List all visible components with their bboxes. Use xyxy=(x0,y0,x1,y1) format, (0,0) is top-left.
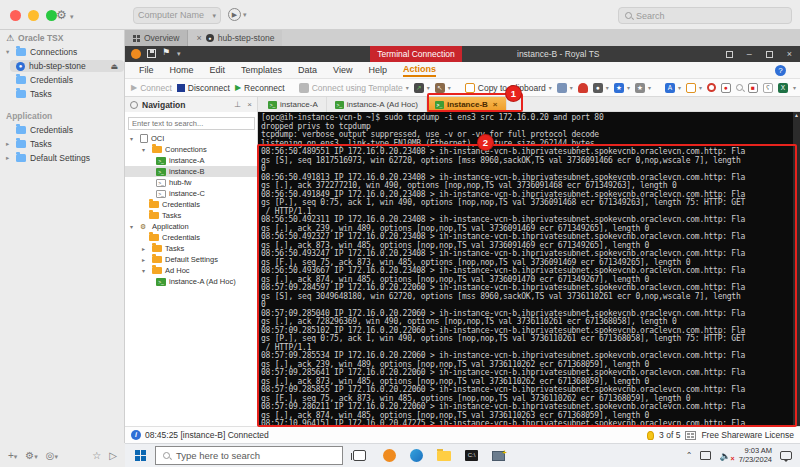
pin-icon[interactable]: ⊥ xyxy=(234,100,241,109)
save-icon[interactable] xyxy=(147,49,156,58)
sidebar-item-app-tasks[interactable]: ▸ Tasks xyxy=(0,138,124,150)
tree-item-tasks[interactable]: Tasks xyxy=(125,210,257,221)
chevron-down-icon[interactable]: ▾ xyxy=(142,146,149,153)
menu-home[interactable]: Home xyxy=(170,65,194,75)
terminal-view[interactable]: [opc@ih-instance-vcn-b ~]$ sudo tcpdump … xyxy=(258,112,800,426)
close-icon[interactable]: × xyxy=(196,33,201,43)
disconnect-button[interactable]: Disconnect xyxy=(177,83,230,93)
connection-tab-instance-b[interactable]: >_ instance-B × xyxy=(427,97,507,112)
tree-item-application[interactable]: ▾⚙Application xyxy=(125,221,257,232)
chevron-right-icon[interactable]: ▸ xyxy=(6,140,12,148)
menu-file[interactable]: File xyxy=(139,65,154,75)
sidebar-item-credentials[interactable]: Credentials xyxy=(0,74,124,86)
command-task-button[interactable]: ↖▾ xyxy=(435,83,451,93)
chevron-down-icon[interactable]: ▾ xyxy=(142,267,149,274)
chevron-down-icon[interactable]: ▾ xyxy=(177,50,181,58)
tab-overview[interactable]: Overview xyxy=(125,30,188,46)
settings-gear-button[interactable]: ⚙▾ xyxy=(25,450,37,461)
menu-edit[interactable]: Edit xyxy=(210,65,226,75)
menu-data[interactable]: Data xyxy=(298,65,317,75)
royal-ts-taskbar-icon[interactable] xyxy=(383,449,396,462)
sidebar-item-tasks[interactable]: Tasks xyxy=(0,88,124,100)
start-button[interactable] xyxy=(125,450,155,461)
sidebar-item-default-settings[interactable]: ▸ Default Settings xyxy=(0,152,124,164)
sidebar-item-app-credentials[interactable]: Credentials xyxy=(0,124,124,136)
sidebar-item-hub-step-stone[interactable]: ● hub-step-stone ⏏ xyxy=(10,60,124,72)
mac-close-button[interactable] xyxy=(10,10,21,21)
taskbar-search-input[interactable]: Type here to search xyxy=(155,446,343,465)
chevron-right-icon[interactable]: ▸ xyxy=(6,154,12,162)
help-icon[interactable]: ? xyxy=(775,65,786,76)
connection-options-button[interactable]: ◎▾ xyxy=(46,450,58,461)
key-sequence-button[interactable]: ↗▾ xyxy=(414,83,430,93)
file-explorer-icon[interactable] xyxy=(437,451,451,461)
flag-icon[interactable]: ⚑ xyxy=(162,47,170,57)
screenshot-button[interactable]: ●▾ xyxy=(593,83,609,93)
toolbar-overflow-button[interactable]: ▾ xyxy=(793,84,796,91)
alert-button[interactable] xyxy=(578,83,588,93)
connection-tab-instance-a-adhoc[interactable]: >_ instance-A (Ad Hoc) xyxy=(327,97,427,112)
support-button[interactable] xyxy=(707,83,716,92)
font-button[interactable]: A▾ xyxy=(665,83,681,93)
eject-icon[interactable]: ⏏ xyxy=(110,62,118,71)
close-icon[interactable]: × xyxy=(493,100,498,109)
license-text[interactable]: Free Shareware License xyxy=(701,430,794,440)
chevron-down-icon[interactable]: ▾ xyxy=(130,135,137,142)
menu-actions[interactable]: Actions xyxy=(403,64,436,77)
window-favorite-button[interactable]: ★▾ xyxy=(635,83,651,93)
dock-icon[interactable] xyxy=(726,51,733,58)
terminal-scrollbar[interactable]: ▲ xyxy=(793,112,800,426)
close-icon[interactable]: × xyxy=(247,100,252,109)
taskbar-clock[interactable]: 9:03 AM 7/23/2024 xyxy=(739,447,772,464)
restore-icon[interactable] xyxy=(766,51,773,58)
sidebar-item-connections[interactable]: ▾ Connections xyxy=(0,46,124,58)
tree-item-instance-a[interactable]: >_instance-A xyxy=(125,155,257,166)
remote-desktop-icon[interactable] xyxy=(492,451,505,461)
tree-item-ad-hoc[interactable]: ▾Ad Hoc xyxy=(125,265,257,276)
tree-item-default-settings[interactable]: ▸Default Settings xyxy=(125,254,257,265)
chevron-down-icon[interactable]: ▾ xyxy=(6,48,12,56)
menu-view[interactable]: View xyxy=(333,65,352,75)
menu-templates[interactable]: Templates xyxy=(241,65,282,75)
clipboard-tools-button[interactable]: ▾ xyxy=(686,83,702,93)
edge-browser-icon[interactable] xyxy=(410,449,423,462)
connect-using-template-button[interactable]: Connect using Template▾ xyxy=(299,83,409,93)
royal-ts-titlebar[interactable]: ⚑ ▾ Terminal Connection instance-B - Roy… xyxy=(125,46,800,62)
favorite-star-button[interactable]: ☆ xyxy=(92,450,101,461)
connection-tab-instance-a[interactable]: >_ instance-A xyxy=(260,97,327,112)
reconnect-button[interactable]: ▶Reconnect xyxy=(235,83,285,93)
tree-item-instance-a-adhoc[interactable]: >_instance-A (Ad Hoc) xyxy=(125,276,257,287)
connect-button[interactable]: ▶Connect xyxy=(131,83,172,93)
mac-minimize-button[interactable] xyxy=(28,10,39,21)
broadcast-button[interactable]: ʕ xyxy=(763,83,773,93)
connect-play-button[interactable]: ▷ xyxy=(109,450,117,461)
chevron-down-icon[interactable]: ▾ xyxy=(130,223,137,230)
tree-item-app-credentials[interactable]: Credentials xyxy=(125,232,257,243)
tab-hub-step-stone[interactable]: × ● hub-step-stone xyxy=(188,30,282,46)
tree-item-connections[interactable]: ▾Connections xyxy=(125,144,257,155)
tree-item-instance-b[interactable]: >_instance-B xyxy=(125,166,257,177)
chevron-right-icon[interactable]: ▸ xyxy=(142,256,149,263)
settings-gear-icon[interactable]: ⚙ ▾ xyxy=(56,8,74,22)
computer-name-dropdown[interactable]: Computer Name ▾ xyxy=(133,7,221,24)
menu-help[interactable]: Help xyxy=(368,65,387,75)
add-button[interactable]: +▾ xyxy=(8,450,17,461)
notification-center-icon[interactable] xyxy=(780,451,792,460)
minimize-icon[interactable]: – xyxy=(747,49,752,59)
tree-item-credentials[interactable]: Credentials xyxy=(125,199,257,210)
navigation-search-input[interactable] xyxy=(128,117,255,130)
tree-item-instance-c[interactable]: >_instance-C xyxy=(125,188,257,199)
zoom-button[interactable] xyxy=(736,84,743,91)
volume-muted-icon[interactable]: 🔈 xyxy=(719,451,730,461)
task-view-icon[interactable] xyxy=(353,450,366,461)
context-tab-terminal-connection[interactable]: Terminal Connection xyxy=(370,46,462,62)
tree-item-hub-fw[interactable]: >_hub-fw xyxy=(125,177,257,188)
network-icon[interactable] xyxy=(700,451,711,460)
paste-button[interactable]: ▾ xyxy=(557,83,573,93)
export-excel-button[interactable]: X xyxy=(778,83,788,93)
connect-dropdown-button[interactable]: ▶ ▾ xyxy=(228,8,247,21)
chevron-right-icon[interactable]: ▸ xyxy=(142,245,149,252)
add-favorite-button[interactable]: ★▾ xyxy=(614,83,630,93)
mac-search-field[interactable]: Search xyxy=(618,7,792,24)
command-prompt-icon[interactable]: C:\ xyxy=(465,450,478,461)
